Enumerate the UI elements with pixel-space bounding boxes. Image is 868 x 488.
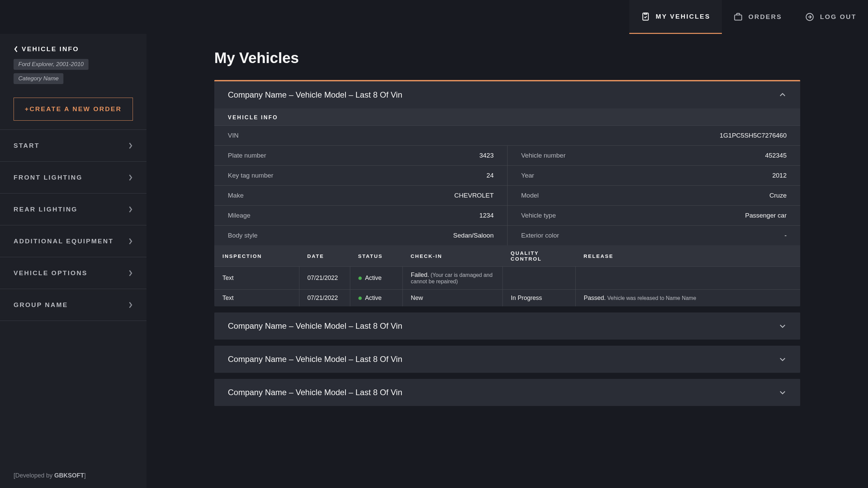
- nav-my-vehicles[interactable]: MY VEHICLES: [629, 0, 722, 34]
- chevron-right-icon: [128, 302, 133, 308]
- cell-release: Passed. Vehicle was released to Name Nam…: [575, 290, 800, 307]
- cell-date: 07/21/2022: [299, 267, 350, 290]
- th-quality-control: QUALITY CONTROL: [502, 245, 575, 267]
- sidebar-item-label: REAR LIGHTING: [14, 206, 78, 213]
- accordion-item-collapsed: Company Name – Vehicle Model – Last 8 Of…: [214, 346, 800, 373]
- info-row: MakeCHEVROLET ModelCruze: [214, 185, 800, 205]
- th-date: DATE: [299, 245, 350, 267]
- main-content: My Vehicles Company Name – Vehicle Model…: [146, 34, 868, 488]
- status-text: Active: [365, 294, 382, 301]
- inspection-table: INSPECTION DATE STATUS CHECK-IN QUALITY …: [214, 245, 800, 306]
- chevron-down-icon: [778, 322, 787, 330]
- sidebar-item-label: VEHICLE OPTIONS: [14, 269, 87, 277]
- chevron-up-icon: [778, 91, 787, 99]
- table-row: Text 07/21/2022 Active Failed. (Your car…: [214, 267, 800, 290]
- info-row: Mileage1234 Vehicle typePassenger car: [214, 205, 800, 225]
- sidebar-item-label: ADDITIONAL EQUIPMENT: [14, 238, 114, 245]
- vehicles-accordion: Company Name – Vehicle Model – Last 8 Of…: [214, 80, 800, 406]
- sidebar-item-start[interactable]: START: [0, 130, 146, 162]
- info-value: 3423: [479, 152, 494, 159]
- accordion-item-expanded: Company Name – Vehicle Model – Last 8 Of…: [214, 80, 800, 306]
- th-check-in: CHECK-IN: [402, 245, 502, 267]
- accordion-title: Company Name – Vehicle Model – Last 8 Of…: [228, 90, 402, 100]
- back-vehicle-info[interactable]: VEHICLE INFO: [14, 45, 133, 53]
- nav-orders[interactable]: ORDERS: [722, 0, 793, 34]
- footer-post: ]: [84, 472, 86, 479]
- section-vehicle-info-label: VEHICLE INFO: [214, 108, 800, 125]
- top-nav: MY VEHICLES ORDERS LOG OUT: [0, 0, 868, 34]
- accordion-header[interactable]: Company Name – Vehicle Model – Last 8 Of…: [214, 379, 800, 406]
- th-inspection: INSPECTION: [214, 245, 299, 267]
- info-row: Body styleSedan/Saloon Exterior color-: [214, 225, 800, 245]
- create-new-order-button[interactable]: +CREATE A NEW ORDER: [14, 98, 133, 121]
- nav-my-vehicles-label: MY VEHICLES: [656, 13, 710, 20]
- info-row: Key tag number24 Year2012: [214, 165, 800, 185]
- sidebar-item-rear-lighting[interactable]: REAR LIGHTING: [0, 194, 146, 225]
- sidebar-item-additional-equipment[interactable]: ADDITIONAL EQUIPMENT: [0, 225, 146, 257]
- nav-logout[interactable]: LOG OUT: [793, 0, 868, 34]
- info-label: Make: [228, 192, 243, 199]
- sidebar-footer: [Developed by GBKSOFT]: [0, 463, 146, 488]
- chevron-right-icon: [128, 174, 133, 181]
- sidebar-items: START FRONT LIGHTING REAR LIGHTING ADDIT…: [0, 129, 146, 463]
- cell-inspection: Text: [214, 290, 299, 307]
- cell-date: 07/21/2022: [299, 290, 350, 307]
- info-row-vin: VIN1G1PC5SH5C7276460: [214, 125, 800, 145]
- chevron-right-icon: [128, 238, 133, 245]
- info-value: 24: [487, 172, 494, 179]
- info-label: Mileage: [228, 212, 251, 219]
- footer-bold: GBKSOFT: [54, 472, 84, 479]
- chevron-right-icon: [128, 142, 133, 149]
- th-release: RELEASE: [575, 245, 800, 267]
- info-value: Sedan/Saloon: [453, 232, 494, 239]
- sidebar-item-front-lighting[interactable]: FRONT LIGHTING: [0, 162, 146, 194]
- vin-label: VIN: [228, 132, 239, 139]
- accordion-item-collapsed: Company Name – Vehicle Model – Last 8 Of…: [214, 312, 800, 340]
- sidebar-item-label: START: [14, 142, 40, 149]
- accordion-title: Company Name – Vehicle Model – Last 8 Of…: [228, 321, 402, 331]
- accordion-header[interactable]: Company Name – Vehicle Model – Last 8 Of…: [214, 312, 800, 340]
- accordion-item-collapsed: Company Name – Vehicle Model – Last 8 Of…: [214, 379, 800, 406]
- cell-status: Active: [350, 267, 402, 290]
- nav-logout-label: LOG OUT: [820, 13, 856, 21]
- accordion-header[interactable]: Company Name – Vehicle Model – Last 8 Of…: [214, 81, 800, 108]
- info-row: Plate number3423 Vehicle number452345: [214, 145, 800, 165]
- info-label: Year: [521, 172, 534, 179]
- sidebar: VEHICLE INFO Ford Explorer, 2001-2010 Ca…: [0, 34, 146, 488]
- info-label: Vehicle number: [521, 152, 566, 159]
- clipboard-check-icon: [641, 12, 650, 21]
- cell-inspection: Text: [214, 267, 299, 290]
- sidebar-item-group-name[interactable]: GROUP NAME: [0, 289, 146, 321]
- info-label: Model: [521, 192, 539, 199]
- info-value: Passenger car: [745, 212, 787, 219]
- cell-check-in: Failed. (Your car is damaged and cannot …: [402, 267, 502, 290]
- status-text: Active: [365, 274, 382, 281]
- logout-icon: [805, 12, 814, 22]
- accordion-header[interactable]: Company Name – Vehicle Model – Last 8 Of…: [214, 346, 800, 373]
- check-status: Failed.: [411, 271, 429, 278]
- cell-release: [575, 267, 800, 290]
- page-title: My Vehicles: [214, 49, 800, 66]
- sidebar-item-vehicle-options[interactable]: VEHICLE OPTIONS: [0, 257, 146, 289]
- th-status: STATUS: [350, 245, 402, 267]
- info-value: 452345: [765, 152, 787, 159]
- release-status: Passed.: [584, 294, 606, 301]
- info-value: CHEVROLET: [454, 192, 494, 199]
- chevron-right-icon: [128, 270, 133, 277]
- check-status: New: [411, 294, 423, 301]
- table-row: Text 07/21/2022 Active New In Progress P…: [214, 290, 800, 307]
- vin-value: 1G1PC5SH5C7276460: [719, 132, 787, 139]
- info-label: Plate number: [228, 152, 266, 159]
- info-label: Vehicle type: [521, 212, 556, 219]
- info-value: 1234: [479, 212, 494, 219]
- cell-qc: [502, 267, 575, 290]
- chevron-left-icon: [14, 46, 18, 53]
- briefcase-icon: [733, 12, 743, 22]
- chip-vehicle: Ford Explorer, 2001-2010: [14, 59, 88, 70]
- info-label: Key tag number: [228, 172, 273, 179]
- cell-qc: In Progress: [502, 290, 575, 307]
- chip-category: Category Name: [14, 73, 63, 84]
- info-value: 2012: [772, 172, 787, 179]
- sidebar-item-label: GROUP NAME: [14, 301, 68, 309]
- sidebar-item-label: FRONT LIGHTING: [14, 174, 82, 181]
